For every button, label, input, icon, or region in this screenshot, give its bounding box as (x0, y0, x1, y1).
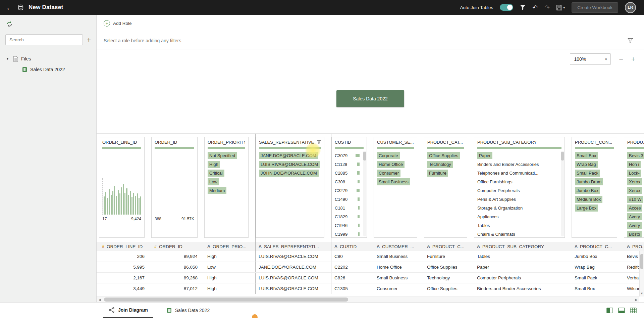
profile-value[interactable]: C308 (335, 177, 364, 186)
profile-value[interactable]: Avery (627, 221, 644, 230)
tree-node-files[interactable]: ▼ Files (0, 53, 96, 64)
profile-card-produ[interactable]: PRODU...Bevis 3Hon iLock-XeroxXerox#10 W… (624, 137, 644, 238)
profile-card-customer-se[interactable]: CUSTOMER_SE...CorporateHome OfficeConsum… (374, 137, 417, 238)
profile-value[interactable]: C2885 (335, 169, 364, 177)
profile-card-order-priority[interactable]: ORDER_PRIORITYNot SpecifiedHighCriticalL… (204, 137, 249, 238)
profile-value[interactable]: Home Office (377, 160, 414, 169)
profile-value[interactable]: Corporate (377, 151, 414, 160)
histogram-bar[interactable] (137, 193, 138, 215)
profile-value[interactable]: #10 W (627, 195, 644, 203)
tree-node-sales-data-2022[interactable]: Sales Data 2022 (0, 64, 96, 75)
profile-value[interactable]: Small Box (575, 151, 614, 160)
save-caret-icon[interactable]: ▾ (563, 6, 565, 9)
profile-value[interactable]: Furniture (427, 169, 464, 177)
profile-value[interactable]: Chairs & Chairmats (477, 230, 561, 238)
card-scrollbar-thumb[interactable] (561, 152, 564, 161)
profile-value[interactable]: Jumbo Drum (575, 177, 614, 186)
histogram-bar[interactable] (123, 184, 124, 215)
profile-value[interactable]: Paper (477, 151, 561, 160)
join-diagram-canvas[interactable]: 100% ▾ − + Sales Data 2022 (97, 49, 644, 134)
auto-join-toggle[interactable] (500, 4, 513, 11)
profile-value[interactable]: Office Supplies (427, 151, 464, 160)
table-row[interactable]: 20689,924HighLUIS.RIVAS@ORACLE.COMC80Sma… (97, 251, 644, 262)
zoom-out-button[interactable]: − (619, 55, 623, 63)
profile-value[interactable]: C1999 (335, 230, 364, 238)
scroll-down-icon[interactable]: ▼ (640, 292, 643, 297)
scroll-left-icon[interactable]: ◀ (97, 298, 103, 302)
profile-value[interactable]: Telephones and Communicati... (477, 169, 561, 177)
zoom-select[interactable]: 100% ▾ (570, 53, 611, 65)
histogram-bar[interactable] (107, 198, 108, 215)
column-header-order-line-id[interactable]: #ORDER_LINE_ID (99, 242, 151, 251)
column-header-order-prio[interactable]: AORDER_PRIO... (204, 242, 255, 251)
profile-value[interactable]: Wrap Bag (575, 160, 614, 169)
profile-card-product-con[interactable]: PRODUCT_CON...Small BoxWrap BagSmall Pac… (572, 137, 617, 238)
columns-view-icon[interactable] (606, 308, 613, 313)
column-header-custid[interactable]: ACUSTID (331, 242, 374, 251)
profile-value[interactable]: JOHN.DOE@ORACLE.COM (259, 169, 321, 177)
histogram-bar[interactable] (109, 189, 110, 215)
expander-icon[interactable]: ▼ (6, 57, 10, 60)
column-header-product-sub-category[interactable]: APRODUCT_SUB_CATEGORY (474, 242, 572, 251)
filters-funnel-icon[interactable] (628, 38, 633, 43)
profile-card-custid[interactable]: CUSTIDC3079C1129C2885C308C3279C1490C181C… (331, 137, 367, 238)
undo-icon[interactable]: ↶ (532, 4, 538, 11)
profile-value[interactable]: Consumer (377, 169, 414, 177)
tab-join-diagram[interactable]: Join Diagram (103, 303, 153, 318)
profile-card-product-cat[interactable]: PRODUCT_CAT...Office SuppliesTechnologyF… (424, 137, 467, 238)
column-header-customer[interactable]: ACUSTOMER_... (374, 242, 424, 251)
profile-value[interactable]: LUIS.RIVAS@ORACLE.COM (259, 160, 321, 169)
user-avatar[interactable]: LR (625, 2, 636, 13)
histogram-bar[interactable] (133, 193, 134, 215)
column-header-product-c[interactable]: APRODUCT_C... (424, 242, 474, 251)
create-workbook-button[interactable]: Create Workbook (572, 2, 618, 13)
vertical-scrollbar[interactable]: ▼ (639, 251, 644, 297)
histogram-bar[interactable] (116, 196, 117, 215)
profile-value[interactable]: Small Business (377, 177, 414, 186)
profile-value[interactable]: Bosto (627, 230, 644, 238)
histogram-bar[interactable] (131, 197, 132, 215)
histogram-bar[interactable] (135, 196, 136, 215)
card-scrollbar[interactable] (561, 151, 564, 236)
add-role-plus-icon[interactable]: + (104, 20, 110, 27)
profile-value[interactable]: C3279 (335, 186, 364, 195)
profile-value[interactable]: Office Furnishings (477, 177, 561, 186)
dataset-node[interactable]: Sales Data 2022 (336, 90, 404, 107)
histogram-bar[interactable] (130, 191, 131, 215)
profile-value[interactable]: C3079 (335, 151, 364, 160)
search-input[interactable] (5, 34, 83, 45)
profile-value[interactable]: Low (208, 177, 245, 186)
profile-value[interactable]: Acces (627, 203, 644, 212)
grid-view-icon[interactable] (630, 308, 637, 313)
profile-value[interactable]: JANE.DOE@ORACLE.COM (259, 151, 321, 160)
histogram-bar[interactable] (126, 188, 127, 215)
table-row[interactable]: 3,44987,012HighLUIS.RIVAS@ORACLE.COMC130… (97, 283, 644, 294)
data-pane-icon[interactable] (6, 21, 13, 28)
profile-value[interactable]: Not Specified (208, 151, 245, 160)
profile-value[interactable]: High (208, 160, 245, 169)
profile-value[interactable]: Storage & Organization (477, 203, 561, 212)
vertical-scrollbar-thumb[interactable] (640, 254, 643, 269)
profile-value[interactable]: Medium Box (575, 195, 614, 203)
profile-value[interactable]: Appliances (477, 212, 561, 221)
column-header-order-id[interactable]: #ORDER_ID (151, 242, 204, 251)
split-view-icon[interactable] (618, 308, 625, 313)
profile-value[interactable]: Jumbo Box (575, 186, 614, 195)
column-header-product-c[interactable]: APRODUCT_C... (572, 242, 624, 251)
profile-value[interactable]: Tables (477, 221, 561, 230)
table-row[interactable]: 5,99586,050LowJANE.DOE@ORACLE.COMC2202Ho… (97, 262, 644, 273)
profile-value[interactable]: C1946 (335, 221, 364, 230)
profile-value[interactable]: Lock- (627, 169, 644, 177)
tab-sales-data-2022[interactable]: Sales Data 2022 (161, 303, 215, 318)
profile-value[interactable]: C1829 (335, 212, 364, 221)
scroll-right-icon[interactable]: ▶ (633, 298, 639, 302)
profile-card-order-line-id[interactable]: ORDER_LINE_ID179,424 (99, 137, 145, 238)
profile-value[interactable]: Computer Peripherals (477, 186, 561, 195)
profile-value[interactable]: C181 (335, 203, 364, 212)
add-connection-icon[interactable]: + (87, 36, 91, 43)
horizontal-scrollbar-thumb[interactable] (104, 298, 348, 302)
profile-value[interactable]: Large Box (575, 203, 614, 212)
profile-card-product-sub-category[interactable]: PRODUCT_SUB_CATEGORYPaperBinders and Bin… (474, 137, 565, 238)
add-role-label[interactable]: Add Role (113, 21, 132, 26)
histogram-bar[interactable] (112, 191, 113, 215)
